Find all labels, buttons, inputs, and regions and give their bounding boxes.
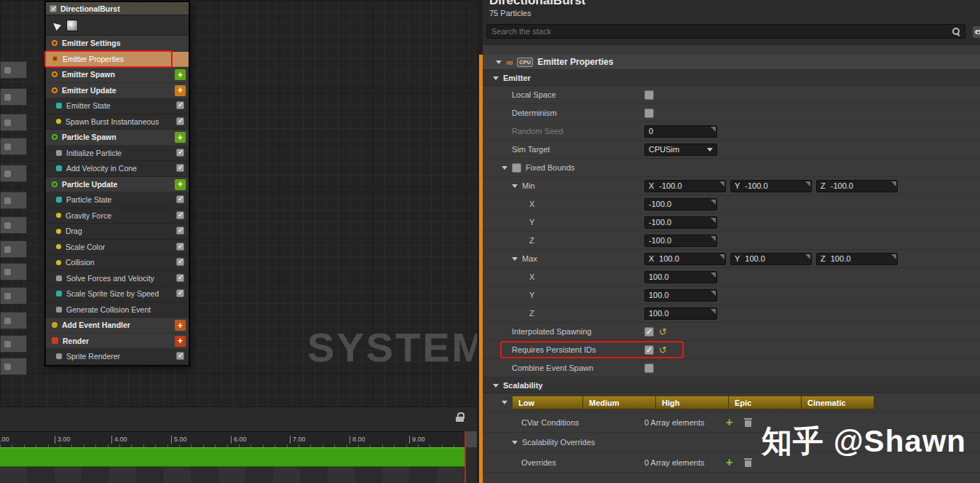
spin-handle-icon[interactable] [805, 181, 810, 186]
node-row-scale-color[interactable]: Scale Color [46, 240, 189, 256]
min-y-scalar-input[interactable]: -100.0 [644, 216, 717, 229]
node-row-emitter-state[interactable]: Emitter State [46, 98, 189, 114]
spin-handle-icon[interactable] [719, 254, 724, 259]
node-row-add-event-handler[interactable]: Add Event Handler [46, 318, 189, 334]
module-enabled-checkbox[interactable] [176, 289, 184, 297]
emitter-thumbnail[interactable] [66, 20, 78, 31]
search-input[interactable] [491, 27, 952, 36]
node-row-drag[interactable]: Drag [46, 224, 189, 240]
min-z-input[interactable]: Z -100.0 [816, 180, 898, 192]
min-x-scalar-input[interactable]: -100.0 [644, 198, 717, 211]
node-row-generate-collision-event[interactable]: Generate Collision Event [46, 302, 189, 318]
quality-button-high[interactable]: High [656, 396, 729, 409]
module-enabled-checkbox[interactable] [176, 117, 184, 125]
module-enabled-checkbox[interactable] [176, 243, 184, 251]
lock-icon[interactable] [456, 412, 465, 422]
module-enabled-checkbox[interactable] [176, 101, 184, 109]
min-z-scalar-input[interactable]: -100.0 [644, 235, 717, 247]
emitter-node-directionalburst[interactable]: DirectionalBurst Emitter Settings Emitte… [45, 1, 189, 366]
add-array-element-icon[interactable] [726, 457, 732, 468]
node-row-render[interactable]: Render [46, 334, 189, 350]
node-graph-canvas[interactable]: SYSTEM DirectionalBurst Emitter Settings… [0, 0, 477, 407]
max-z-input[interactable]: Z 100.0 [816, 253, 898, 265]
max-z-scalar-input[interactable]: 100.0 [644, 307, 717, 320]
expander-icon[interactable] [512, 257, 518, 261]
node-row-collision[interactable]: Collision [46, 255, 189, 271]
random-seed-input[interactable]: 0 [644, 125, 717, 138]
spin-handle-icon[interactable] [711, 291, 716, 296]
reset-to-default-icon[interactable] [659, 326, 667, 337]
trash-icon[interactable] [744, 417, 752, 427]
max-y-input[interactable]: Y 100.0 [730, 253, 812, 265]
timeline-track-area[interactable] [0, 467, 477, 483]
add-module-button[interactable] [175, 69, 186, 80]
add-module-button[interactable] [175, 85, 186, 96]
spin-handle-icon[interactable] [711, 236, 716, 241]
spin-handle-icon[interactable] [719, 181, 724, 186]
requires-persistent-ids-checkbox[interactable] [644, 345, 654, 355]
local-space-checkbox[interactable] [644, 90, 654, 100]
trash-icon[interactable] [744, 458, 752, 467]
sim-target-dropdown[interactable]: CPUSim [644, 144, 717, 156]
max-x-input[interactable]: X 100.0 [644, 253, 726, 265]
max-y-scalar-input[interactable]: 100.0 [644, 289, 717, 302]
determinism-checkbox[interactable] [644, 109, 654, 118]
module-enabled-checkbox[interactable] [176, 195, 184, 203]
spin-handle-icon[interactable] [711, 200, 716, 205]
module-enabled-checkbox[interactable] [176, 227, 184, 235]
spin-handle-icon[interactable] [891, 254, 896, 259]
timeline-ruler[interactable]: .00 3.00 4.00 5.00 6.00 7.00 8.00 9.00 [0, 431, 466, 447]
max-x-scalar-input[interactable]: 100.0 [644, 271, 717, 283]
spin-handle-icon[interactable] [711, 218, 716, 223]
interpolated-spawning-checkbox[interactable] [644, 327, 654, 337]
node-row-particle-state[interactable]: Particle State [46, 192, 189, 208]
node-row-add-velocity-in-cone[interactable]: Add Velocity in Cone [46, 161, 189, 177]
spin-handle-icon[interactable] [805, 254, 810, 259]
expander-icon[interactable] [512, 184, 518, 188]
expander-icon[interactable] [493, 76, 499, 80]
quality-button-low[interactable]: Low [512, 396, 583, 409]
node-row-emitter-settings[interactable]: Emitter Settings [46, 36, 189, 52]
stack-search-bar[interactable] [486, 24, 965, 39]
node-row-emitter-spawn[interactable]: Emitter Spawn [46, 67, 189, 83]
module-enabled-checkbox[interactable] [176, 149, 184, 157]
spin-handle-icon[interactable] [891, 181, 896, 186]
spin-handle-icon[interactable] [711, 272, 716, 278]
quality-button-epic[interactable]: Epic [729, 396, 802, 409]
module-enabled-checkbox[interactable] [176, 274, 184, 282]
emitter-properties-header[interactable]: CPU Emitter Properties [483, 55, 980, 70]
add-event-handler-button[interactable] [175, 320, 186, 331]
section-emitter[interactable]: Emitter [483, 70, 980, 86]
emitter-node-header[interactable]: DirectionalBurst [46, 2, 189, 15]
node-row-initialize-particle[interactable]: Initialize Particle [46, 146, 189, 162]
expander-icon[interactable] [496, 60, 502, 64]
min-y-input[interactable]: Y -100.0 [730, 180, 812, 192]
quality-button-medium[interactable]: Medium [583, 396, 656, 409]
node-row-spawn-burst-instantaneous[interactable]: Spawn Burst Instantaneous [46, 114, 189, 130]
module-enabled-checkbox[interactable] [176, 164, 184, 172]
emitter-track-bar[interactable] [0, 447, 465, 467]
add-array-element-icon[interactable] [726, 417, 732, 428]
reset-to-default-icon[interactable] [659, 345, 667, 356]
expander-icon[interactable] [493, 384, 499, 388]
expander-icon[interactable] [512, 441, 518, 444]
add-module-button[interactable] [175, 132, 186, 143]
expander-icon[interactable] [502, 166, 507, 170]
quality-button-cinematic[interactable]: Cinematic [802, 396, 874, 409]
node-row-emitter-update[interactable]: Emitter Update [46, 83, 189, 99]
module-enabled-checkbox[interactable] [176, 258, 184, 266]
combine-event-spawn-checkbox[interactable] [644, 364, 654, 373]
module-enabled-checkbox[interactable] [176, 352, 184, 360]
view-options-eye-icon[interactable] [973, 26, 980, 38]
node-row-particle-update[interactable]: Particle Update [46, 177, 189, 193]
module-enabled-checkbox[interactable] [176, 211, 184, 219]
emitter-enabled-checkbox[interactable] [50, 5, 57, 12]
add-module-button[interactable] [175, 179, 186, 190]
add-renderer-button[interactable] [175, 336, 186, 347]
node-row-emitter-properties[interactable]: Emitter Properties [46, 52, 189, 68]
node-row-particle-spawn[interactable]: Particle Spawn [46, 130, 189, 146]
node-row-solve-forces-and-velocity[interactable]: Solve Forces and Velocity [46, 271, 189, 287]
spin-handle-icon[interactable] [711, 309, 716, 314]
spin-handle-icon[interactable] [711, 127, 716, 132]
section-scalability[interactable]: Scalability [483, 377, 980, 393]
